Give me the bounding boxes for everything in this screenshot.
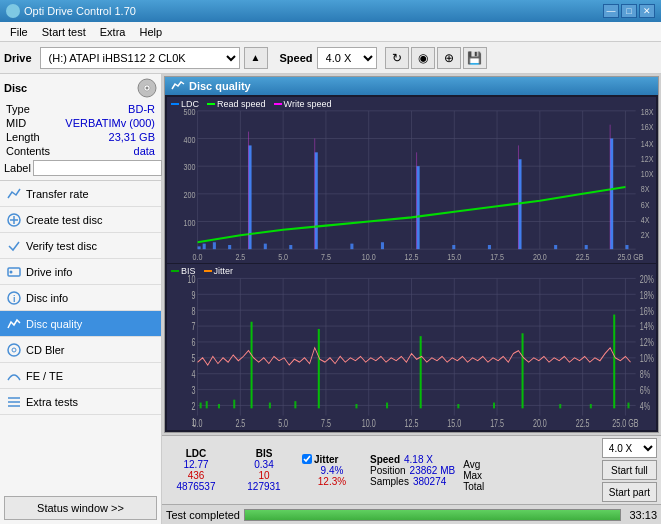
svg-rect-61 [228, 245, 231, 249]
sidebar-item-cd-bler[interactable]: CD Bler [0, 337, 161, 363]
svg-text:14X: 14X [641, 138, 654, 149]
type-value: BD-R [128, 103, 155, 115]
sidebar-item-transfer-rate[interactable]: Transfer rate [0, 181, 161, 207]
svg-text:2.5: 2.5 [235, 418, 245, 430]
svg-rect-138 [294, 401, 296, 408]
svg-point-2 [146, 87, 149, 90]
svg-text:25.0 GB: 25.0 GB [612, 418, 638, 430]
burn-icon[interactable]: ⊕ [437, 47, 461, 69]
menu-file[interactable]: File [4, 24, 34, 40]
speed-select[interactable]: 4.0 X [317, 47, 377, 69]
svg-rect-140 [355, 404, 357, 408]
start-part-button[interactable]: Start part [602, 482, 657, 502]
svg-rect-74 [610, 139, 613, 250]
row-labels: Avg Max Total [463, 448, 491, 492]
svg-text:8X: 8X [641, 183, 650, 194]
save-icon[interactable]: 💾 [463, 47, 487, 69]
close-button[interactable]: ✕ [639, 4, 655, 18]
title-bar-controls[interactable]: — □ ✕ [603, 4, 655, 18]
eject-button[interactable]: ▲ [244, 47, 268, 69]
length-label: Length [6, 131, 40, 143]
svg-text:100: 100 [184, 217, 196, 228]
chart-top-svg: 500 400 300 200 100 18X 16X 14X 12X 10X … [167, 97, 656, 263]
svg-text:10X: 10X [641, 168, 654, 179]
bis-avg: 0.34 [234, 459, 294, 470]
status-window-button[interactable]: Status window >> [4, 496, 157, 520]
svg-text:20.0: 20.0 [533, 251, 547, 262]
nav-label-verify-test-disc: Verify test disc [26, 240, 97, 252]
svg-text:14%: 14% [640, 321, 654, 333]
test-speed-select[interactable]: 4.0 X [602, 438, 657, 458]
svg-text:18X: 18X [641, 106, 654, 117]
svg-rect-133 [206, 401, 208, 408]
samples-label: Samples [370, 476, 409, 487]
sidebar-item-verify-test-disc[interactable]: Verify test disc [0, 233, 161, 259]
nav-label-fe-te: FE / TE [26, 370, 63, 382]
sidebar-item-extra-tests[interactable]: Extra tests [0, 389, 161, 415]
svg-rect-73 [585, 245, 588, 249]
svg-rect-67 [381, 242, 384, 249]
svg-text:7: 7 [192, 321, 196, 333]
sidebar-item-fe-te[interactable]: FE / TE [0, 363, 161, 389]
mid-label: MID [6, 117, 26, 129]
sidebar-item-drive-info[interactable]: Drive info [0, 259, 161, 285]
svg-rect-136 [251, 322, 253, 409]
svg-text:6X: 6X [641, 199, 650, 210]
svg-rect-141 [386, 403, 388, 409]
svg-point-11 [12, 348, 16, 352]
extra-tests-icon [6, 394, 22, 410]
scan-icon[interactable]: ◉ [411, 47, 435, 69]
legend-write-speed: Write speed [274, 99, 332, 109]
svg-rect-137 [269, 403, 271, 409]
svg-rect-144 [493, 403, 495, 409]
svg-rect-66 [350, 244, 353, 250]
svg-text:2.5: 2.5 [235, 251, 245, 262]
nav-label-transfer-rate: Transfer rate [26, 188, 89, 200]
svg-point-7 [10, 270, 13, 273]
transfer-rate-icon [6, 186, 22, 202]
app-title: Opti Drive Control 1.70 [24, 5, 136, 17]
svg-text:2X: 2X [641, 229, 650, 240]
sidebar-item-create-test-disc[interactable]: Create test disc [0, 207, 161, 233]
legend-ldc: LDC [171, 99, 199, 109]
chart-top-legend: LDC Read speed Write speed [171, 99, 331, 109]
svg-rect-146 [559, 404, 561, 408]
svg-text:2: 2 [192, 401, 196, 413]
svg-text:0.0: 0.0 [193, 251, 203, 262]
svg-text:12.5: 12.5 [405, 251, 419, 262]
progress-bar-fill [245, 510, 620, 520]
speed-value: 4.18 X [404, 454, 433, 465]
type-label: Type [6, 103, 30, 115]
menu-help[interactable]: Help [133, 24, 168, 40]
position-value: 23862 MB [410, 465, 456, 476]
svg-point-10 [8, 344, 20, 356]
nav-menu: Transfer rate Create test disc Verify te… [0, 181, 161, 415]
menu-extra[interactable]: Extra [94, 24, 132, 40]
start-full-button[interactable]: Start full [602, 460, 657, 480]
svg-rect-68 [417, 166, 420, 249]
svg-text:16X: 16X [641, 121, 654, 132]
label-input[interactable] [33, 160, 162, 176]
svg-text:200: 200 [184, 189, 196, 200]
disc-length-row: Length 23,31 GB [4, 130, 157, 144]
menu-start-test[interactable]: Start test [36, 24, 92, 40]
drive-select[interactable]: (H:) ATAPI iHBS112 2 CL0K [40, 47, 240, 69]
ldc-header: LDC [166, 448, 226, 459]
legend-jitter: Jitter [204, 266, 234, 276]
svg-text:12.5: 12.5 [405, 418, 419, 430]
svg-text:3: 3 [192, 385, 196, 397]
svg-rect-132 [200, 403, 202, 409]
max-label: Max [463, 470, 491, 481]
svg-text:20%: 20% [640, 274, 654, 286]
sidebar-item-disc-quality[interactable]: Disc quality [0, 311, 161, 337]
position-label: Position [370, 465, 406, 476]
status-text: Test completed [166, 509, 240, 521]
jitter-checkbox[interactable] [302, 454, 312, 464]
maximize-button[interactable]: □ [621, 4, 637, 18]
nav-label-extra-tests: Extra tests [26, 396, 78, 408]
svg-text:15.0: 15.0 [447, 418, 461, 430]
sidebar-item-disc-info[interactable]: i Disc info [0, 285, 161, 311]
refresh-icon[interactable]: ↻ [385, 47, 409, 69]
minimize-button[interactable]: — [603, 4, 619, 18]
svg-rect-59 [203, 244, 206, 250]
